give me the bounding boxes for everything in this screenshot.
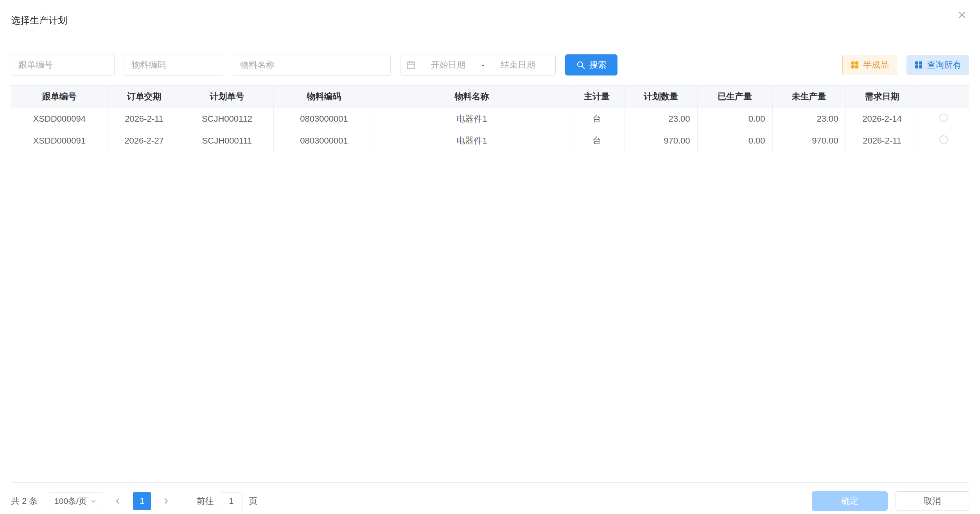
- column-header-produced-qty: 已生产量: [697, 86, 772, 108]
- total-count-text: 共 2 条: [11, 495, 38, 507]
- table-row[interactable]: XSDD000094 2026-2-11 SCJH000112 08030000…: [11, 108, 969, 130]
- semi-finished-button[interactable]: 半成品: [842, 55, 897, 75]
- grid-icon: [914, 61, 923, 69]
- dialog-title: 选择生产计划: [11, 14, 969, 27]
- table-cell: 0.00: [697, 130, 772, 152]
- table-cell: 0.00: [697, 108, 772, 130]
- table-row[interactable]: XSDD000091 2026-2-27 SCJH000111 08030000…: [11, 130, 969, 152]
- table-cell: 电器件1: [375, 108, 569, 130]
- footer-buttons: 确定 取消: [812, 491, 969, 511]
- table-cell: SCJH000112: [181, 108, 273, 130]
- table-cell: 台: [569, 130, 625, 152]
- chevron-right-icon: [162, 497, 170, 505]
- table-cell: 2026-2-11: [845, 130, 919, 152]
- start-date-placeholder: 开始日期: [416, 59, 480, 71]
- table-cell: 970.00: [625, 130, 697, 152]
- column-header-material-name: 物料名称: [375, 86, 569, 108]
- table-cell: 2026-2-27: [108, 130, 181, 152]
- dialog-footer: 共 2 条 100条/页 1 前往 页 确: [11, 491, 969, 511]
- table-cell: XSDD000094: [11, 108, 108, 130]
- chevron-left-icon: [114, 497, 122, 505]
- table-cell-select: [919, 108, 969, 130]
- table-header-row: 跟单编号 订单交期 计划单号 物料编码 物料名称 主计量 计划数量 已生产量 未…: [11, 86, 969, 108]
- column-header-unit: 主计量: [569, 86, 625, 108]
- page-size-select[interactable]: 100条/页: [48, 492, 103, 510]
- grid-icon: [851, 61, 859, 69]
- table-cell: 0803000001: [273, 130, 375, 152]
- search-button[interactable]: 搜索: [565, 54, 617, 75]
- date-range-picker[interactable]: 开始日期 - 结束日期: [400, 54, 556, 76]
- search-icon: [576, 60, 585, 70]
- search-button-label: 搜索: [589, 59, 607, 71]
- column-header-demand-date: 需求日期: [845, 86, 919, 108]
- table-cell: 23.00: [625, 108, 697, 130]
- order-no-input[interactable]: [11, 54, 115, 76]
- table-cell: 2026-2-11: [108, 108, 181, 130]
- pagination: 共 2 条 100条/页 1 前往 页: [11, 492, 257, 510]
- column-header-plan-qty: 计划数量: [625, 86, 697, 108]
- table-cell: 0803000001: [273, 108, 375, 130]
- column-header-order-date: 订单交期: [108, 86, 181, 108]
- production-plan-table: 跟单编号 订单交期 计划单号 物料编码 物料名称 主计量 计划数量 已生产量 未…: [11, 85, 969, 483]
- calendar-icon: [406, 60, 416, 70]
- table-cell-select: [919, 130, 969, 152]
- select-production-plan-dialog: 选择生产计划 开始日期 - 结束日期 搜索 半成品: [0, 0, 980, 514]
- column-header-material-code: 物料编码: [273, 86, 375, 108]
- query-all-label: 查询所有: [927, 59, 961, 71]
- column-header-plan-no: 计划单号: [181, 86, 273, 108]
- row-radio-button[interactable]: [939, 113, 948, 122]
- table-cell: 台: [569, 108, 625, 130]
- column-header-select: [919, 86, 969, 108]
- goto-label: 前往: [196, 495, 214, 507]
- material-name-input[interactable]: [233, 54, 391, 76]
- close-icon[interactable]: [955, 8, 969, 22]
- column-header-unproduced-qty: 未生产量: [772, 86, 845, 108]
- confirm-button[interactable]: 确定: [812, 491, 888, 511]
- table-cell: 23.00: [772, 108, 845, 130]
- cancel-button[interactable]: 取消: [896, 491, 969, 511]
- table-cell: 970.00: [772, 130, 845, 152]
- query-all-button[interactable]: 查询所有: [906, 55, 969, 75]
- row-radio-button[interactable]: [939, 135, 948, 144]
- table-cell: 电器件1: [375, 130, 569, 152]
- next-page-button[interactable]: [157, 492, 174, 510]
- semi-finished-label: 半成品: [863, 59, 889, 71]
- table-cell: XSDD000091: [11, 130, 108, 152]
- page-size-value: 100条/页: [54, 496, 87, 507]
- filter-bar: 开始日期 - 结束日期 搜索 半成品 查询所有: [11, 54, 969, 76]
- page-unit-label: 页: [249, 495, 257, 507]
- page-number-button[interactable]: 1: [133, 492, 151, 510]
- column-header-order-no: 跟单编号: [11, 86, 108, 108]
- end-date-placeholder: 结束日期: [486, 59, 550, 71]
- prev-page-button[interactable]: [109, 492, 127, 510]
- table-cell: SCJH000111: [181, 130, 273, 152]
- date-separator: -: [480, 60, 486, 70]
- material-code-input[interactable]: [124, 54, 223, 76]
- chevron-down-icon: [90, 498, 97, 505]
- goto-page-input[interactable]: [220, 492, 242, 510]
- table-cell: 2026-2-14: [845, 108, 919, 130]
